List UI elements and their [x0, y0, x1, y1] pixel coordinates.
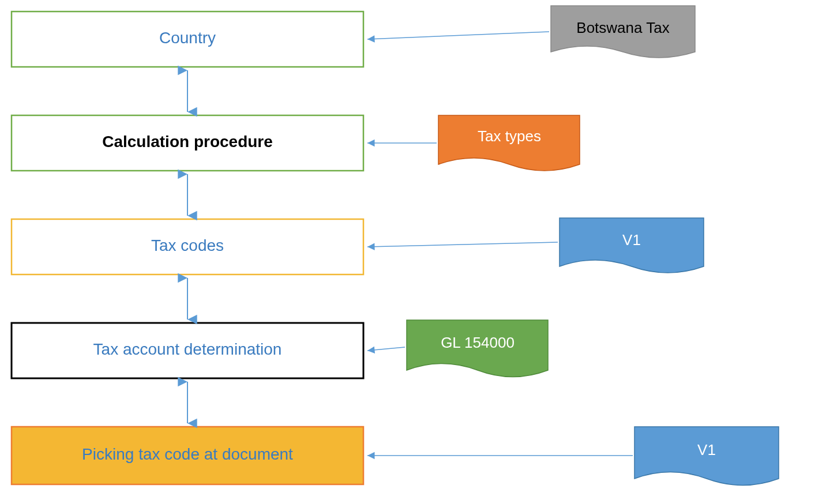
box-picking-tax-code: Picking tax code at document: [12, 427, 363, 484]
box-tax-account-determination-label: Tax account determination: [93, 340, 282, 358]
box-tax-codes-label: Tax codes: [151, 236, 224, 254]
arrow-v1-to-codes: [367, 242, 558, 247]
box-country: Country: [12, 12, 363, 67]
doc-v1-tax-code: V1: [560, 218, 704, 273]
box-calc-procedure-label: Calculation procedure: [102, 133, 273, 151]
tax-flow-diagram: Country Calculation procedure Tax codes …: [0, 0, 826, 504]
box-tax-codes: Tax codes: [12, 219, 363, 274]
arrow-gl-to-acct: [367, 347, 405, 351]
doc-botswana-tax-label: Botswana Tax: [576, 19, 669, 36]
box-calc-procedure: Calculation procedure: [12, 115, 363, 171]
box-picking-tax-code-label: Picking tax code at document: [82, 445, 293, 463]
doc-tax-types: Tax types: [438, 115, 580, 171]
box-tax-account-determination: Tax account determination: [12, 323, 363, 378]
doc-v1-tax-code-label: V1: [622, 231, 641, 249]
arrow-botswana-to-country: [367, 32, 549, 39]
doc-gl-account-label: GL 154000: [441, 334, 515, 351]
doc-tax-types-label: Tax types: [478, 127, 541, 145]
doc-v1-document: V1: [634, 427, 779, 486]
box-country-label: Country: [159, 29, 216, 47]
doc-v1-document-label: V1: [697, 441, 716, 458]
doc-gl-account: GL 154000: [407, 320, 548, 377]
doc-botswana-tax: Botswana Tax: [551, 6, 695, 58]
